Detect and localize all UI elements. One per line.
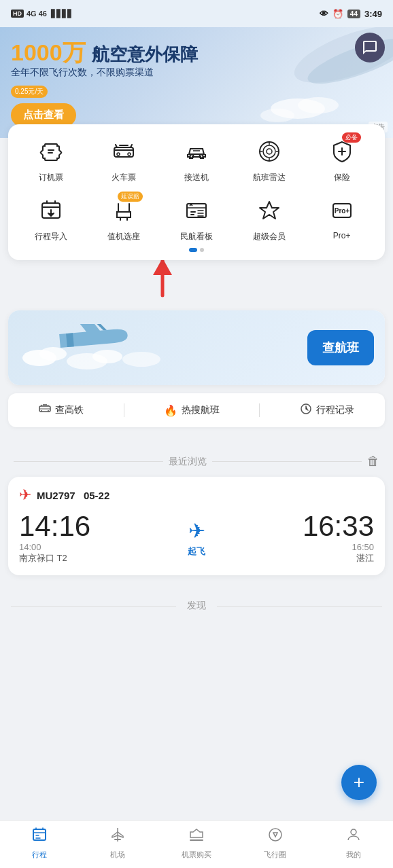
train-ticket-icon	[112, 139, 136, 164]
banner-title-text: 航空意外保障	[92, 44, 198, 65]
super-vip-label: 超级会员	[253, 231, 286, 242]
pickup-icon	[184, 139, 209, 164]
svg-text:Pro+: Pro+	[334, 207, 349, 215]
checkin-seat-icon-wrap: 延误赔	[107, 194, 140, 227]
bottom-spacer	[0, 617, 393, 672]
civil-aviation-icon	[184, 198, 209, 223]
itinerary-import-icon	[39, 198, 63, 223]
discover-line-right	[217, 606, 382, 607]
recent-browse-section: 最近浏览 🗑 ✈ MU2797 05-22 14:16 14:00 南京禄口 T…	[0, 441, 393, 575]
menu-item-train-ticket[interactable]: 火车票	[89, 135, 159, 183]
svg-point-34	[351, 829, 356, 835]
depart-airport: 南京禄口 T2	[19, 552, 90, 564]
svg-marker-22	[153, 258, 172, 275]
menu-item-civil-aviation[interactable]: 民航看板	[162, 194, 232, 242]
svg-point-26	[92, 350, 122, 363]
pro-plus-label: Pro+	[333, 231, 351, 240]
recent-browse-header: 最近浏览 🗑	[0, 441, 393, 477]
itinerary-import-icon-wrap	[35, 194, 67, 227]
clock-icon	[300, 403, 312, 418]
clock-time: 3:49	[364, 9, 382, 19]
page-indicator	[14, 248, 379, 252]
flight-status-plane-icon: ✈	[188, 519, 205, 543]
flight-radar-icon-wrap	[253, 135, 286, 168]
nav-label-buy-ticket: 机票购买	[182, 850, 211, 860]
nav-icon-mine	[345, 827, 362, 847]
chat-icon	[362, 39, 378, 56]
recent-browse-title-container: 最近浏览	[14, 456, 362, 468]
banner-cta-button[interactable]: 点击查看	[11, 103, 76, 127]
train-ticket-icon-wrap	[107, 135, 140, 168]
nav-label-airport: 机场	[110, 850, 125, 860]
menu-item-insurance[interactable]: 必备 保险	[307, 135, 377, 183]
svg-point-30	[48, 410, 49, 412]
trash-icon[interactable]: 🗑	[367, 454, 379, 469]
nav-icon-fly-circle	[267, 827, 284, 847]
menu-item-checkin-seat[interactable]: 延误赔 值机选座	[89, 194, 159, 242]
nav-item-airport[interactable]: 机场	[79, 827, 158, 860]
bottom-nav: 行程 机场 机票购买 飞行圈	[0, 820, 393, 868]
super-vip-icon	[257, 198, 281, 223]
buy-ticket-nav-icon	[188, 827, 205, 843]
flight-illustration	[19, 324, 307, 372]
flight-ticket-icon	[39, 139, 63, 164]
arrive-city: 湛江	[303, 552, 374, 564]
svg-point-6	[117, 153, 120, 156]
pro-plus-icon: Pro+	[330, 198, 354, 223]
menu-item-super-vip[interactable]: 超级会员	[234, 194, 304, 242]
flight-record-card[interactable]: ✈ MU2797 05-22 14:16 14:00 南京禄口 T2 ✈ 起飞 …	[8, 477, 385, 575]
main-menu-card: 订机票 火车票	[8, 124, 385, 260]
fab-button[interactable]: +	[341, 765, 377, 800]
nav-item-mine[interactable]: 我的	[314, 827, 393, 860]
fire-icon: 🔥	[164, 404, 177, 417]
battery-indicator: 44	[347, 10, 360, 18]
nav-item-fly-circle[interactable]: 飞行圈	[236, 827, 315, 860]
red-arrow-container	[149, 255, 176, 302]
flight-radar-icon	[257, 139, 281, 164]
discover-line-left	[11, 606, 176, 607]
quick-link-hot-flights[interactable]: 🔥 热搜航班	[164, 404, 220, 417]
menu-item-itinerary-import[interactable]: 行程导入	[16, 194, 86, 242]
fab-plus-icon: +	[354, 773, 364, 792]
signal-text: 4G 46	[27, 10, 47, 18]
checkin-seat-badge: 延误赔	[118, 192, 143, 202]
nav-label-itinerary: 行程	[32, 850, 47, 860]
quick-link-check-high-speed[interactable]: 查高铁	[39, 404, 84, 416]
svg-point-11	[263, 145, 275, 158]
divider-1	[124, 403, 124, 417]
hd-badge: HD	[11, 10, 24, 18]
discover-header: 发现	[0, 586, 393, 617]
depart-time-main: 14:16	[19, 512, 90, 541]
svg-point-24	[39, 347, 67, 361]
quick-links: 查高铁 🔥 热搜航班 行程记录	[8, 393, 385, 427]
flight-search-card: 查航班	[8, 310, 385, 385]
svg-point-27	[122, 352, 160, 367]
nav-label-fly-circle: 飞行圈	[264, 850, 286, 860]
menu-item-pro-plus[interactable]: Pro+ Pro+	[307, 194, 377, 242]
query-flight-button[interactable]: 查航班	[307, 330, 374, 365]
train-link-icon	[39, 404, 51, 416]
menu-item-flight-ticket[interactable]: 订机票	[16, 135, 86, 183]
nav-item-buy-ticket[interactable]: 机票购买	[157, 827, 236, 860]
insurance-icon-wrap: 必备	[326, 135, 358, 168]
insurance-badge: 必备	[342, 132, 361, 143]
menu-item-pickup[interactable]: 接送机	[162, 135, 232, 183]
arrive-time-sub: 16:50	[303, 542, 374, 552]
history-icon	[300, 403, 312, 415]
nav-icon-airport	[109, 827, 126, 847]
status-right: 👁 ⏰ 44 3:49	[320, 9, 382, 19]
menu-item-flight-radar[interactable]: 航班雷达	[234, 135, 304, 183]
svg-point-10	[260, 142, 279, 161]
mine-nav-icon	[345, 827, 362, 843]
flight-code: MU2797 05-22	[37, 490, 109, 501]
quick-link-itinerary-record-label: 行程记录	[316, 404, 354, 416]
depart-info: 14:16 14:00 南京禄口 T2	[19, 512, 90, 564]
banner-amount-text: 1000	[11, 39, 63, 65]
nav-item-itinerary[interactable]: 行程	[0, 827, 79, 860]
quick-link-itinerary-record[interactable]: 行程记录	[300, 403, 354, 418]
svg-point-33	[269, 829, 281, 841]
banner-price: 0.25元/天	[11, 86, 48, 98]
chat-button[interactable]	[355, 33, 385, 62]
svg-point-7	[128, 153, 131, 156]
divider-2	[259, 403, 260, 417]
